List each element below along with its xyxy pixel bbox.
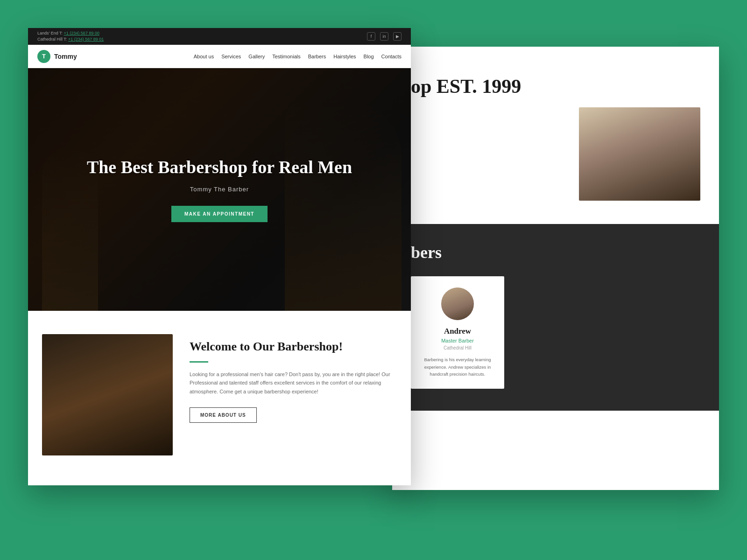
- nav-gallery[interactable]: Gallery: [248, 54, 265, 59]
- about-divider: [190, 361, 208, 363]
- barber-description: Barbering is his everyday learning exper…: [420, 356, 495, 378]
- navbar: T Tommy About us Services Gallery Testim…: [28, 45, 411, 68]
- back-browser-window: op EST. 1999 bers Andrew Master Barber C…: [392, 47, 719, 490]
- nav-barbers[interactable]: Barbers: [308, 54, 326, 59]
- hero-subtitle: Tommy The Barber: [190, 186, 249, 193]
- appointment-button[interactable]: MAKE AN APPOINTMENT: [171, 206, 268, 222]
- hero-title: The Best Barbershop for Real Men: [87, 157, 352, 178]
- nav-blog[interactable]: Blog: [364, 54, 374, 59]
- brand-logo: T: [37, 50, 50, 63]
- about-content: Welcome to Our Barbershop! Looking for a…: [190, 334, 397, 423]
- nav-hairstyles[interactable]: Hairstyles: [333, 54, 356, 59]
- address-line-1: Lands' End T: +1 (234) 567 89 00: [37, 30, 104, 36]
- about-image: [42, 334, 173, 455]
- about-text: Looking for a professional men's hair ca…: [190, 370, 397, 396]
- front-browser-window: Lands' End T: +1 (234) 567 89 00 Cathedr…: [28, 28, 411, 485]
- barber-avatar: [441, 287, 474, 320]
- about-title: Welcome to Our Barbershop!: [190, 339, 397, 355]
- social-links: f in ▶: [367, 32, 402, 41]
- barber-name: Andrew: [420, 327, 495, 336]
- back-hero-section: op EST. 1999: [392, 47, 719, 224]
- barber-location: Cathedral Hill: [420, 345, 495, 350]
- about-section: Welcome to Our Barbershop! Looking for a…: [28, 311, 411, 479]
- about-button[interactable]: MORE ABOUT US: [190, 407, 257, 423]
- hero-section: The Best Barbershop for Real Men Tommy T…: [28, 68, 411, 311]
- contact-info: Lands' End T: +1 (234) 567 89 00 Cathedr…: [37, 30, 104, 42]
- facebook-icon[interactable]: f: [367, 32, 375, 41]
- nav-services[interactable]: Services: [221, 54, 241, 59]
- brand[interactable]: T Tommy: [37, 50, 77, 63]
- top-bar: Lands' End T: +1 (234) 567 89 00 Cathedr…: [28, 28, 411, 45]
- hero-content: The Best Barbershop for Real Men Tommy T…: [28, 68, 411, 311]
- barber-card: Andrew Master Barber Cathedral Hill Barb…: [411, 276, 504, 389]
- brand-name: Tommy: [54, 53, 77, 60]
- back-barbers-title: bers: [411, 243, 700, 262]
- barber-role: Master Barber: [420, 338, 495, 343]
- phone-link-1[interactable]: +1 (234) 567 89 00: [64, 31, 99, 35]
- nav-testimonials[interactable]: Testimonials: [272, 54, 301, 59]
- nav-about[interactable]: About us: [194, 54, 214, 59]
- nav-contacts[interactable]: Contacts: [381, 54, 402, 59]
- instagram-icon[interactable]: in: [380, 32, 388, 41]
- back-barbers-section: bers Andrew Master Barber Cathedral Hill…: [392, 224, 719, 411]
- about-image-inner: [42, 334, 173, 455]
- youtube-icon[interactable]: ▶: [393, 32, 402, 41]
- address-line-2: Cathedral Hill T: +1 (234) 567 89 01: [37, 36, 104, 42]
- back-hero-title: op EST. 1999: [411, 75, 700, 98]
- phone-link-2[interactable]: +1 (234) 567 89 01: [68, 37, 104, 42]
- back-barbershop-image: [579, 107, 700, 201]
- nav-links: About us Services Gallery Testimonials B…: [194, 54, 402, 59]
